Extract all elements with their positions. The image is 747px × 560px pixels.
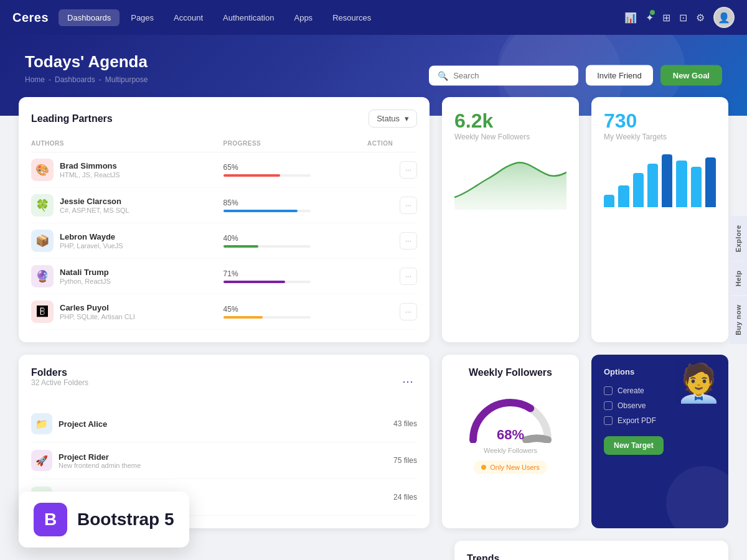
side-tabs: ExploreHelpBuy now (730, 216, 747, 343)
action-dots: ··· (367, 161, 417, 179)
side-tab[interactable]: Help (730, 261, 747, 295)
nav-authentication[interactable]: Authentication (214, 9, 283, 26)
folder-name: Project Alice (59, 419, 107, 429)
action-button[interactable]: ··· (400, 303, 417, 320)
author-avatar: 🔮 (31, 265, 54, 287)
user-avatar[interactable]: 👤 (713, 7, 735, 28)
progress-cell: 85% (223, 198, 367, 212)
gauge-percent: 68% (497, 427, 524, 443)
author-name: Natali Trump (60, 268, 111, 277)
invite-friend-button[interactable]: Invite Friend (586, 65, 653, 86)
new-goal-button[interactable]: New Goal (660, 65, 722, 86)
sparkle-icon[interactable]: ✦ (646, 12, 654, 24)
warning-dot-icon (481, 465, 486, 470)
stats-icon[interactable]: 📊 (624, 12, 637, 24)
progress-bar-bg (223, 316, 311, 319)
author-info: 🍀 Jessie Clarcson C#, ASP.NET, MS SQL (31, 194, 223, 217)
grid-icon[interactable]: ⊞ (662, 12, 670, 24)
action-button[interactable]: ··· (400, 161, 417, 179)
gauge-container: 68% (464, 387, 557, 443)
bar-item (647, 164, 658, 207)
author-avatar: 📦 (31, 230, 54, 252)
folders-title: Folders (31, 367, 88, 378)
settings-icon[interactable]: ⚙ (696, 12, 705, 24)
status-select[interactable]: Status ▾ (369, 110, 417, 128)
brand-logo[interactable]: Ceres (12, 11, 49, 25)
breadcrumb-multipurpose[interactable]: Multipurpose (105, 75, 148, 84)
progress-percent: 40% (223, 234, 367, 243)
target-check-icon (604, 401, 613, 410)
col-action: ACTION (367, 140, 417, 147)
table-header: AUTHORS PROGRESS ACTION (31, 138, 417, 152)
target-check-icon (604, 416, 613, 425)
bar-item (691, 167, 702, 207)
target-check-icon (604, 386, 613, 395)
progress-bar-fill (223, 281, 285, 283)
folder-files: 75 files (393, 456, 417, 465)
folders-more-button[interactable]: ⋯ (398, 373, 417, 390)
target-option[interactable]: Export PDF (604, 416, 716, 425)
targets-card: 730 My Weekly Targets (591, 97, 728, 342)
progress-cell: 45% (223, 305, 367, 319)
nav-apps[interactable]: Apps (285, 9, 321, 26)
nav-links: Dashboards Pages Account Authentication … (59, 9, 624, 26)
progress-percent: 65% (223, 163, 367, 172)
followers-number: 6.2k (454, 110, 566, 133)
progress-percent: 85% (223, 198, 367, 207)
page-title: Todays' Agenda (25, 52, 722, 72)
author-skills: HTML, JS, ReactJS (60, 171, 120, 179)
action-button[interactable]: ··· (400, 268, 417, 285)
author-info: 🎨 Brad Simmons HTML, JS, ReactJS (31, 159, 223, 181)
folder-icon: 📁 (31, 413, 52, 434)
folders-subtitle: 32 Active Folders (31, 378, 88, 387)
nav-resources[interactable]: Resources (324, 9, 380, 26)
card-header: Leading Partners Status ▾ (31, 110, 417, 128)
col-progress: PROGRESS (223, 140, 367, 147)
status-label: Status (377, 114, 400, 123)
bar-item (676, 161, 687, 207)
search-input[interactable] (453, 71, 570, 80)
leading-partners-title: Leading Partners (31, 113, 113, 124)
nav-dashboards[interactable]: Dashboards (59, 9, 120, 26)
progress-bar-fill (223, 210, 298, 212)
author-row: 🍀 Jessie Clarcson C#, ASP.NET, MS SQL 85… (31, 188, 417, 223)
author-info: 🅱 Carles Puyol PHP, SQLite, Artisan CLI (31, 301, 223, 323)
search-box[interactable]: 🔍 (429, 65, 578, 85)
side-tab[interactable]: Buy now (730, 296, 747, 343)
folder-desc: New frontend admin theme (59, 462, 141, 469)
progress-percent: 71% (223, 269, 367, 278)
author-row: 🔮 Natali Trump Python, ReactJS 71% ··· (31, 259, 417, 294)
target-option-label: Cereate (618, 386, 644, 395)
target-option-label: Export PDF (618, 416, 656, 425)
author-name: Lebron Wayde (60, 232, 123, 241)
breadcrumb: Home - Dashboards - Multipurpose (25, 75, 722, 84)
breadcrumb-home[interactable]: Home (25, 75, 45, 84)
apps-icon[interactable]: ⊡ (679, 12, 687, 24)
bar-item (618, 185, 629, 207)
nav-pages[interactable]: Pages (122, 9, 162, 26)
trends-title: Trends (467, 553, 716, 560)
author-avatar: 🎨 (31, 159, 54, 181)
folder-info: 🚀 Project Rider New frontend admin theme (31, 450, 141, 471)
progress-bar-bg (223, 245, 311, 248)
action-button[interactable]: ··· (400, 232, 417, 250)
breadcrumb-dashboards[interactable]: Dashboards (55, 75, 95, 84)
progress-bar-bg (223, 281, 311, 283)
action-button[interactable]: ··· (400, 197, 417, 214)
bootstrap-name: Bootstrap 5 (77, 510, 174, 530)
followers-card: 6.2k Weekly New Followers (442, 97, 579, 342)
bootstrap-badge: B Bootstrap 5 (19, 492, 189, 548)
bar-item (705, 157, 716, 207)
author-name: Brad Simmons (60, 161, 120, 170)
trends-card: Trends Latest tech trends 🅿 Top Authors … (454, 541, 728, 560)
navbar: Ceres Dashboards Pages Account Authentic… (0, 0, 747, 35)
nav-account[interactable]: Account (165, 9, 212, 26)
progress-bar-fill (223, 174, 280, 177)
author-info: 🔮 Natali Trump Python, ReactJS (31, 265, 223, 287)
side-tab[interactable]: Explore (730, 216, 747, 261)
chevron-down-icon: ▾ (405, 114, 409, 123)
header-actions: 🔍 Invite Friend New Goal (429, 65, 722, 86)
new-target-button[interactable]: New Target (604, 436, 664, 455)
new-target-card: Options CereateObserveExport PDF New Tar… (591, 355, 728, 528)
author-rows: 🎨 Brad Simmons HTML, JS, ReactJS 65% ···… (31, 152, 417, 330)
